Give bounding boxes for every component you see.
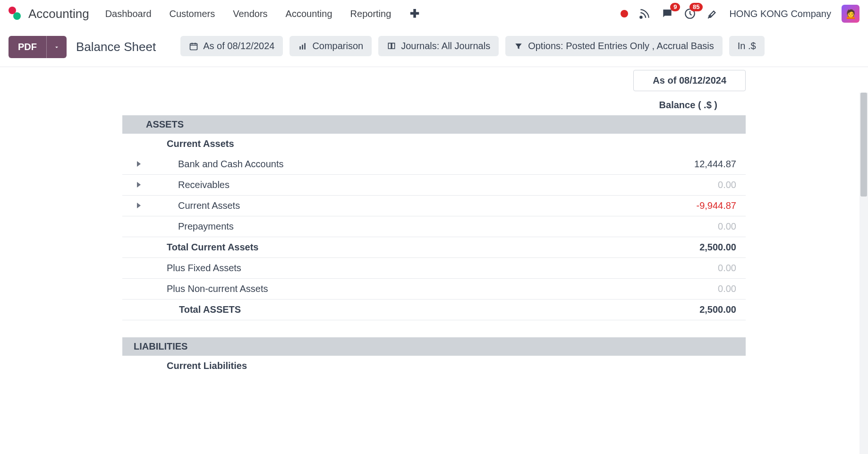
label-total-assets: Total ASSETS [155,304,651,315]
nav-new-icon[interactable]: ✚ [406,7,423,20]
row-current-liabilities-group[interactable]: Current Liabilities [122,356,746,376]
activities-icon[interactable]: 85 [684,8,696,20]
value-bank-cash: 12,444.87 [651,159,746,170]
nav-customers[interactable]: Customers [167,6,218,22]
label-current-assets: Current Assets [155,200,651,211]
recording-indicator-icon [621,10,628,17]
scrollbar-thumb[interactable] [860,93,867,197]
svg-rect-7 [302,44,304,49]
control-panel: PDF Balance Sheet As of 08/12/2024 Compa… [0,27,868,67]
nav-accounting[interactable]: Accounting [283,6,335,22]
label-bank-cash: Bank and Cash Accounts [155,159,651,170]
svg-rect-6 [300,46,301,50]
label-current-assets-group: Current Assets [155,138,651,149]
pdf-dropdown-button[interactable] [46,36,67,58]
value-current-assets: -9,944.87 [651,200,746,211]
filter-options[interactable]: Options: Posted Entries Only , Accrual B… [505,36,723,56]
messages-badge: 9 [670,3,680,11]
pdf-button[interactable]: PDF [9,36,46,58]
filter-options-label: Options: Posted Entries Only , Accrual B… [528,41,714,51]
caret-down-icon [53,44,60,51]
row-total-current-assets[interactable]: Total Current Assets 2,500.00 [122,237,746,258]
nav-dashboard[interactable]: Dashboard [102,6,154,22]
calendar-icon [189,42,198,51]
row-prepayments[interactable]: Prepayments 0.00 [122,216,746,237]
voip-icon[interactable] [638,8,651,20]
company-selector[interactable]: HONG KONG Company [729,9,831,19]
label-receivables: Receivables [155,180,651,190]
report-date-header: As of 08/12/2024 [633,70,746,91]
row-plus-noncurrent[interactable]: Plus Non-current Assets 0.00 [122,279,746,300]
nav-vendors[interactable]: Vendors [230,6,270,22]
row-plus-fixed[interactable]: Plus Fixed Assets 0.00 [122,258,746,279]
value-plus-fixed: 0.00 [651,263,746,274]
tools-icon[interactable] [706,8,719,20]
row-current-assets-group[interactable]: Current Assets [122,134,746,154]
filter-date-label: As of 08/12/2024 [203,41,274,51]
value-plus-noncurrent: 0.00 [651,283,746,294]
nav-right: 9 85 HONG KONG Company 🙍 [621,5,859,23]
label-total-current-assets: Total Current Assets [155,242,651,253]
row-current-assets[interactable]: Current Assets -9,944.87 [122,196,746,216]
book-icon [387,42,396,51]
expand-caret-icon[interactable] [137,182,141,188]
svg-rect-2 [190,43,197,50]
balance-sheet-report: As of 08/12/2024 Balance ( .$ ) ASSETS C… [122,70,746,395]
svg-rect-8 [305,43,306,49]
filter-journals[interactable]: Journals: All Journals [378,36,499,56]
filter-currency-label: In .$ [738,41,756,51]
row-receivables[interactable]: Receivables 0.00 [122,175,746,196]
nav-menu: Dashboard Customers Vendors Accounting R… [102,6,424,22]
value-total-assets: 2,500.00 [651,304,746,315]
user-avatar[interactable]: 🙍 [842,5,859,23]
report-container: As of 08/12/2024 Balance ( .$ ) ASSETS C… [0,67,868,395]
row-total-assets[interactable]: Total ASSETS 2,500.00 [122,300,746,320]
expand-caret-icon[interactable] [137,161,141,167]
value-prepayments: 0.00 [651,221,746,232]
svg-point-0 [640,16,642,18]
value-receivables: 0.00 [651,180,746,190]
row-bank-cash[interactable]: Bank and Cash Accounts 12,444.87 [122,154,746,175]
label-current-liabilities: Current Liabilities [155,360,651,371]
pdf-button-group: PDF [9,36,67,58]
vertical-scrollbar[interactable] [859,93,868,395]
messages-icon[interactable]: 9 [661,8,673,20]
nav-reporting[interactable]: Reporting [348,6,394,22]
filter-icon [514,42,523,51]
section-assets-header: ASSETS [122,115,746,134]
filter-comparison[interactable]: Comparison [289,36,372,56]
filter-journals-label: Journals: All Journals [401,41,490,51]
app-brand[interactable]: Accounting [28,7,89,21]
label-plus-noncurrent: Plus Non-current Assets [155,283,651,294]
label-prepayments: Prepayments [155,221,651,232]
filter-bar: As of 08/12/2024 Comparison Journals: Al… [180,36,764,56]
filter-date[interactable]: As of 08/12/2024 [180,36,283,56]
top-nav: Accounting Dashboard Customers Vendors A… [0,0,868,27]
value-total-current-assets: 2,500.00 [651,242,746,253]
filter-currency[interactable]: In .$ [729,36,765,56]
label-plus-fixed: Plus Fixed Assets [155,263,651,274]
expand-caret-icon[interactable] [137,203,141,208]
activities-badge: 85 [689,3,703,11]
bar-chart-icon [298,42,307,51]
page-title: Balance Sheet [76,40,156,54]
balance-column-label: Balance ( .$ ) [122,95,746,115]
filter-comparison-label: Comparison [312,41,363,51]
app-logo-icon[interactable] [9,7,23,21]
section-liabilities-header: LIABILITIES [122,337,746,356]
